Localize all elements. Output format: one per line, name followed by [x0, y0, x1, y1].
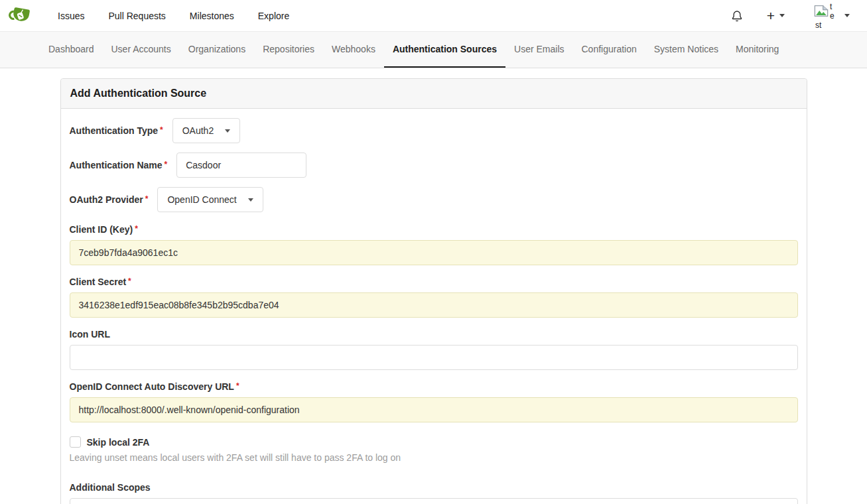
- tab-authentication-sources[interactable]: Authentication Sources: [384, 32, 505, 68]
- icon-url-input[interactable]: [70, 345, 798, 370]
- auth-type-field: Authentication Type* OAuth2: [70, 118, 798, 143]
- broken-image-icon: [814, 5, 829, 17]
- client-secret-field: Client Secret*: [70, 277, 798, 318]
- additional-scopes-field: Additional Scopes: [70, 482, 798, 504]
- required-asterisk: *: [165, 160, 168, 169]
- client-id-field: Client ID (Key)*: [70, 224, 798, 265]
- tab-configuration[interactable]: Configuration: [573, 32, 645, 68]
- tab-repositories[interactable]: Repositories: [254, 32, 323, 68]
- additional-scopes-label: Additional Scopes: [70, 482, 798, 493]
- nav-link-pull-requests[interactable]: Pull Requests: [96, 0, 177, 32]
- icon-url-field: Icon URL: [70, 329, 798, 370]
- create-new-dropdown[interactable]: +: [767, 9, 785, 23]
- auth-type-label: Authentication Type*: [70, 125, 163, 136]
- client-secret-label: Client Secret*: [70, 277, 798, 287]
- skip-local-2fa-row[interactable]: Skip local 2FA: [70, 436, 798, 448]
- auth-name-field: Authentication Name*: [70, 153, 798, 178]
- nav-link-issues[interactable]: Issues: [46, 0, 96, 32]
- tab-webhooks[interactable]: Webhooks: [323, 32, 384, 68]
- additional-scopes-input[interactable]: [70, 498, 798, 504]
- required-asterisk: *: [145, 194, 149, 204]
- nav-link-milestones[interactable]: Milestones: [178, 0, 246, 32]
- auth-source-form: Authentication Type* OAuth2 Authenticati…: [61, 109, 807, 504]
- navbar-links: Issues Pull Requests Milestones Explore: [46, 0, 301, 32]
- auto-discovery-url-label: OpenID Connect Auto Discovery URL*: [70, 381, 798, 392]
- auth-type-value: OAuth2: [182, 125, 214, 136]
- add-auth-source-panel: Add Authentication Source Authentication…: [60, 78, 807, 504]
- oauth2-provider-field: OAuth2 Provider* OpenID Connect: [70, 187, 798, 212]
- client-secret-input[interactable]: [70, 292, 798, 318]
- oauth2-provider-value: OpenID Connect: [167, 194, 236, 205]
- tab-user-emails[interactable]: User Emails: [505, 32, 572, 68]
- client-id-label: Client ID (Key)*: [70, 224, 798, 235]
- chevron-down-icon: [844, 14, 850, 17]
- auto-discovery-url-input[interactable]: [70, 397, 798, 422]
- skip-local-2fa-help: Leaving unset means local users with 2FA…: [70, 452, 798, 463]
- auto-discovery-url-field: OpenID Connect Auto Discovery URL*: [70, 381, 798, 422]
- skip-local-2fa-label: Skip local 2FA: [87, 437, 150, 448]
- required-asterisk: *: [128, 277, 131, 286]
- plus-icon: +: [767, 9, 775, 23]
- tab-system-notices[interactable]: System Notices: [645, 32, 727, 68]
- icon-url-label: Icon URL: [70, 329, 798, 340]
- required-asterisk: *: [160, 125, 163, 135]
- chevron-down-icon: [248, 198, 253, 202]
- chevron-down-icon: [225, 129, 230, 133]
- tab-monitoring[interactable]: Monitoring: [727, 32, 787, 68]
- notifications-bell-icon[interactable]: [728, 7, 746, 25]
- chevron-down-icon: [779, 14, 785, 17]
- client-id-input[interactable]: [70, 240, 798, 265]
- auth-type-select[interactable]: OAuth2: [172, 118, 240, 143]
- user-menu-dropdown[interactable]: t e st: [814, 2, 850, 30]
- navbar-right: + t e st: [728, 2, 850, 30]
- required-asterisk: *: [135, 224, 138, 233]
- skip-local-2fa-checkbox[interactable]: [70, 436, 81, 448]
- nav-link-explore[interactable]: Explore: [246, 0, 301, 32]
- gitea-logo-icon[interactable]: [9, 5, 33, 27]
- auth-name-input[interactable]: [176, 153, 306, 178]
- oauth2-provider-label: OAuth2 Provider*: [70, 194, 149, 205]
- panel-title: Add Authentication Source: [61, 79, 807, 109]
- tab-user-accounts[interactable]: User Accounts: [103, 32, 180, 68]
- auth-name-label: Authentication Name*: [70, 160, 168, 170]
- oauth2-provider-select[interactable]: OpenID Connect: [157, 187, 263, 212]
- required-asterisk: *: [236, 381, 239, 391]
- tab-dashboard[interactable]: Dashboard: [40, 32, 103, 68]
- admin-tabbar: Dashboard User Accounts Organizations Re…: [0, 32, 867, 68]
- tab-organizations[interactable]: Organizations: [180, 32, 254, 68]
- top-navbar: Issues Pull Requests Milestones Explore …: [0, 0, 867, 32]
- avatar: t e st: [814, 2, 838, 30]
- skip-local-2fa-field: Skip local 2FA Leaving unset means local…: [70, 436, 798, 463]
